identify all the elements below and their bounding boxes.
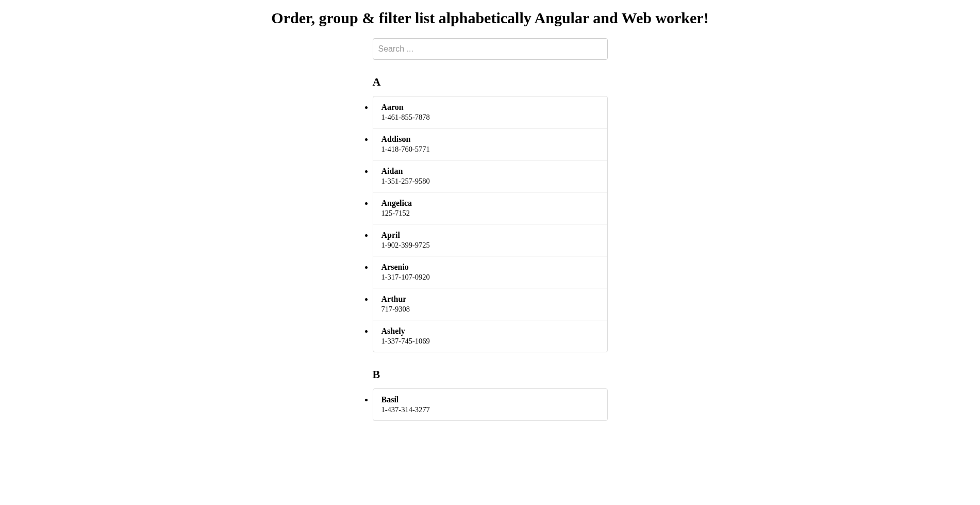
list-item[interactable]: April 1-902-399-9725 bbox=[373, 224, 607, 256]
contact-name: Ashely bbox=[381, 327, 599, 336]
contact-name: Aaron bbox=[381, 103, 599, 112]
contact-phone: 1-337-745-1069 bbox=[381, 337, 599, 346]
contact-name: Addison bbox=[381, 135, 599, 144]
list-item[interactable]: Addison 1-418-760-5771 bbox=[373, 128, 607, 160]
contact-phone: 1-437-314-3277 bbox=[381, 405, 599, 414]
contact-list: Basil 1-437-314-3277 bbox=[373, 388, 608, 421]
contact-name: Basil bbox=[381, 395, 599, 404]
contact-phone: 1-461-855-7878 bbox=[381, 113, 599, 122]
group-letter: A bbox=[373, 75, 608, 89]
page-title: Order, group & filter list alphabeticall… bbox=[0, 0, 980, 38]
group-B: B Basil 1-437-314-3277 bbox=[373, 368, 608, 421]
contact-name: Arthur bbox=[381, 295, 599, 304]
contact-name: Angelica bbox=[381, 199, 599, 208]
group-A: A Aaron 1-461-855-7878 Addison 1-418-760… bbox=[373, 75, 608, 352]
content-container: A Aaron 1-461-855-7878 Addison 1-418-760… bbox=[373, 38, 608, 421]
contact-phone: 717-9308 bbox=[381, 305, 599, 314]
list-item[interactable]: Basil 1-437-314-3277 bbox=[373, 389, 607, 420]
contact-phone: 1-351-257-9580 bbox=[381, 177, 599, 186]
list-item[interactable]: Angelica 125-7152 bbox=[373, 192, 607, 224]
contact-phone: 1-902-399-9725 bbox=[381, 241, 599, 250]
contact-name: April bbox=[381, 231, 599, 240]
contact-name: Arsenio bbox=[381, 263, 599, 272]
list-item[interactable]: Aaron 1-461-855-7878 bbox=[373, 96, 607, 128]
list-item[interactable]: Aidan 1-351-257-9580 bbox=[373, 160, 607, 192]
list-item[interactable]: Arsenio 1-317-107-0920 bbox=[373, 256, 607, 288]
contact-phone: 1-418-760-5771 bbox=[381, 145, 599, 154]
search-input[interactable] bbox=[373, 38, 608, 60]
list-item[interactable]: Ashely 1-337-745-1069 bbox=[373, 320, 607, 352]
group-letter: B bbox=[373, 368, 608, 381]
contact-list: Aaron 1-461-855-7878 Addison 1-418-760-5… bbox=[373, 96, 608, 352]
contact-phone: 125-7152 bbox=[381, 209, 599, 218]
contact-phone: 1-317-107-0920 bbox=[381, 273, 599, 282]
list-item[interactable]: Arthur 717-9308 bbox=[373, 288, 607, 320]
contact-name: Aidan bbox=[381, 167, 599, 176]
